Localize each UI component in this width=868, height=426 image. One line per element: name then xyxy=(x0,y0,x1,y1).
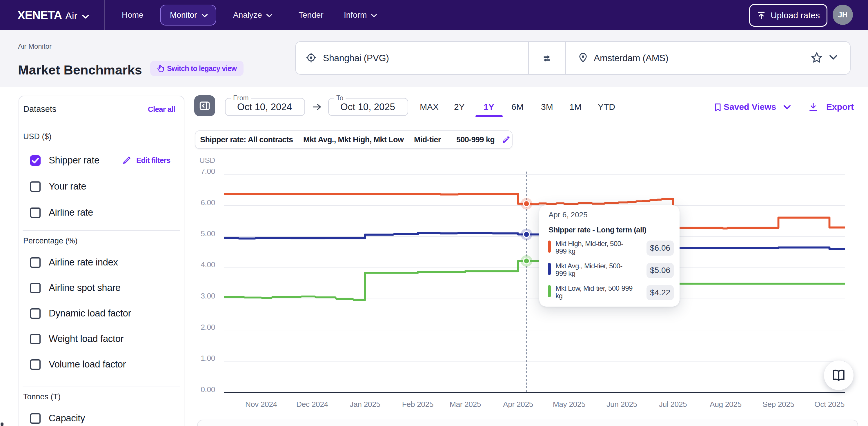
svg-text:Apr 2025: Apr 2025 xyxy=(503,400,533,408)
svg-text:3.00: 3.00 xyxy=(200,292,215,300)
svg-text:USD: USD xyxy=(199,156,215,165)
svg-text:5.00: 5.00 xyxy=(200,229,215,238)
svg-text:May 2025: May 2025 xyxy=(553,400,586,408)
svg-text:Jul 2025: Jul 2025 xyxy=(659,400,687,408)
svg-text:1.00: 1.00 xyxy=(200,354,215,363)
svg-text:Aug 2025: Aug 2025 xyxy=(710,400,742,408)
svg-text:Oct 2025: Oct 2025 xyxy=(814,400,844,408)
svg-text:Mar 2025: Mar 2025 xyxy=(450,400,481,408)
svg-text:Dec 2024: Dec 2024 xyxy=(296,400,328,408)
svg-text:7.00: 7.00 xyxy=(200,167,215,175)
svg-text:Nov 2024: Nov 2024 xyxy=(245,400,277,408)
svg-text:Jun 2025: Jun 2025 xyxy=(607,400,637,408)
svg-text:Jan 2025: Jan 2025 xyxy=(350,400,380,408)
svg-text:Sep 2025: Sep 2025 xyxy=(763,400,794,408)
svg-text:4.00: 4.00 xyxy=(200,260,215,269)
svg-text:Feb 2025: Feb 2025 xyxy=(402,400,433,408)
svg-text:6.00: 6.00 xyxy=(200,198,215,207)
svg-text:2.00: 2.00 xyxy=(200,323,215,331)
svg-text:0.00: 0.00 xyxy=(200,385,215,394)
